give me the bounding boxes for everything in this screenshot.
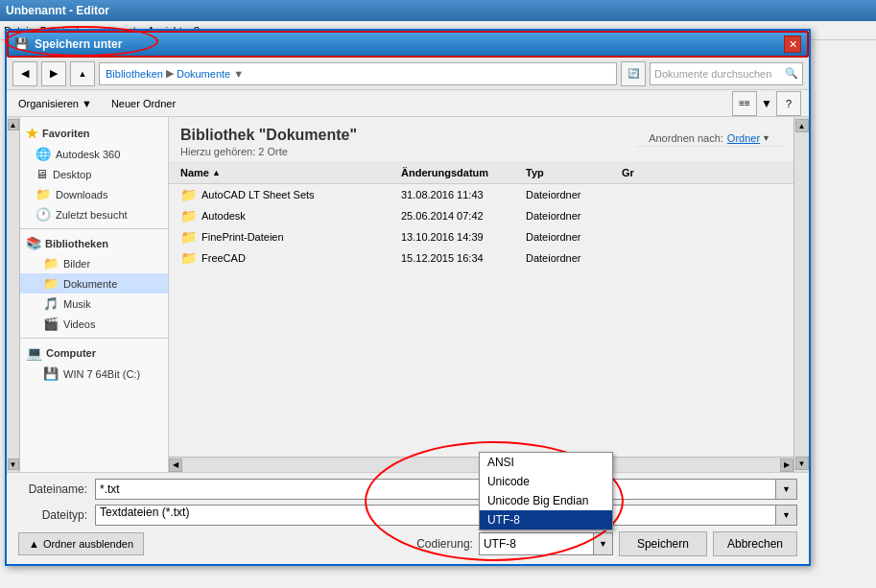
bilder-icon: 📁 xyxy=(43,256,59,270)
nav-recent-label: Zuletzt besucht xyxy=(56,209,128,221)
encoding-option-unicode[interactable]: Unicode xyxy=(480,472,612,491)
nav-videos[interactable]: 🎬 Videos xyxy=(20,314,168,334)
dialog-content: ▲ ▼ ★ Favoriten 🌐 Autodesk 360 🖥 Desktop xyxy=(7,117,809,472)
right-scrollbar: ▲ ▼ xyxy=(793,117,809,472)
file-row-3[interactable]: 📁 FreeCAD 15.12.2015 16:34 Dateiordner xyxy=(169,247,793,269)
save-dialog: 💾 Speichern unter ✕ ◀ ▶ ▲ Bibliotheken ▶… xyxy=(5,29,811,566)
nav-recent[interactable]: 🕐 Zuletzt besucht xyxy=(20,204,168,224)
forward-button[interactable]: ▶ xyxy=(41,61,66,86)
vscroll-down[interactable]: ▼ xyxy=(8,459,19,470)
filename-dropdown[interactable]: ▼ xyxy=(776,479,797,500)
col-extra-header: Gr xyxy=(622,167,782,178)
file-type-3: Dateiordner xyxy=(526,252,622,264)
file-list: 📁 AutoCAD LT Sheet Sets 31.08.2016 11:43… xyxy=(169,184,793,457)
arrange-arrow[interactable]: ▼ xyxy=(762,133,770,143)
view-toggle[interactable]: ≡≡ xyxy=(732,91,757,116)
refresh-button[interactable]: 🔄 xyxy=(621,61,646,86)
file-name-1: Autodesk xyxy=(201,210,246,222)
filename-input[interactable] xyxy=(95,479,776,500)
file-type-2: Dateiordner xyxy=(526,231,622,243)
encoding-dropdown-arrow[interactable]: ▼ xyxy=(594,532,613,555)
organize-arrow: ▼ xyxy=(82,98,92,109)
cancel-button[interactable]: Abbrechen xyxy=(713,531,797,556)
breadcrumb-sep2: ▼ xyxy=(233,68,244,80)
up-button[interactable]: ▲ xyxy=(70,61,95,86)
nav-downloads[interactable]: 📁 Downloads xyxy=(20,184,168,204)
nav-desktop[interactable]: 🖥 Desktop xyxy=(20,164,168,184)
file-row-0[interactable]: 📁 AutoCAD LT Sheet Sets 31.08.2016 11:43… xyxy=(169,184,793,205)
nav-desktop-label: Desktop xyxy=(53,169,91,180)
help-button[interactable]: ? xyxy=(776,91,801,116)
hide-panel-button[interactable]: ▲ Ordner ausblenden xyxy=(18,532,144,555)
encoding-select-display[interactable]: UTF-8 xyxy=(479,532,594,555)
search-box[interactable]: Dokumente durchsuchen 🔍 xyxy=(650,62,803,85)
filetype-input[interactable]: Textdateien (*.txt) xyxy=(95,505,776,526)
close-button[interactable]: ✕ xyxy=(784,35,801,53)
col-date-header[interactable]: Änderungsdatum xyxy=(401,167,526,178)
rscroll-down[interactable]: ▼ xyxy=(795,457,809,470)
sort-arrow: ▲ xyxy=(212,168,221,177)
favorites-label: Favoriten xyxy=(42,128,90,139)
search-icon[interactable]: 🔍 xyxy=(785,67,798,80)
hide-panel-arrow: ▲ xyxy=(29,538,39,550)
breadcrumb-sep1: ▶ xyxy=(166,67,174,80)
computer-header[interactable]: 💻 Computer xyxy=(20,342,168,364)
dialog-toolbar: ◀ ▶ ▲ Bibliotheken ▶ Dokumente ▼ 🔄 Dokum… xyxy=(7,58,809,90)
musik-icon: 🎵 xyxy=(43,296,59,311)
nav-autodesk360-label: Autodesk 360 xyxy=(56,149,120,160)
file-name-0: AutoCAD LT Sheet Sets xyxy=(201,189,315,200)
col-type-header[interactable]: Typ xyxy=(526,167,622,178)
encoding-option-unicode-big[interactable]: Unicode Big Endian xyxy=(480,491,612,510)
col-name-header[interactable]: Name ▲ xyxy=(180,167,401,178)
file-name-2: FinePrint-Dateien xyxy=(201,231,284,243)
bg-titlebar: Unbenannt - Editor xyxy=(0,0,876,21)
dialog-titlebar: 💾 Speichern unter ✕ xyxy=(7,31,809,58)
nav-bilder[interactable]: 📁 Bilder xyxy=(20,253,168,273)
organize-button[interactable]: Organisieren ▼ xyxy=(14,96,96,111)
folder-icon-2: 📁 xyxy=(180,229,197,245)
arrange-bar: Anordnen nach: Ordner ▼ xyxy=(637,130,782,147)
globe-icon: 🌐 xyxy=(36,147,51,161)
file-date-0: 31.08.2016 11:43 xyxy=(401,189,526,200)
breadcrumb-dokumente[interactable]: Dokumente xyxy=(177,68,230,80)
arrange-value[interactable]: Ordner xyxy=(727,132,760,144)
filetype-dropdown[interactable]: ▼ xyxy=(776,505,797,526)
dialog-bottom: Dateiname: ▼ Dateityp: Textdateien (*.tx… xyxy=(7,472,809,562)
vscroll-up[interactable]: ▲ xyxy=(8,119,19,130)
file-row-1[interactable]: 📁 Autodesk 25.06.2014 07:42 Dateiordner xyxy=(169,205,793,226)
dialog-title-area: 💾 Speichern unter xyxy=(14,37,122,51)
file-date-3: 15.12.2015 16:34 xyxy=(401,252,526,264)
file-date-2: 13.10.2016 14:39 xyxy=(401,231,526,243)
nav-musik[interactable]: 🎵 Musik xyxy=(20,294,168,314)
rscroll-up[interactable]: ▲ xyxy=(795,119,809,132)
videos-icon: 🎬 xyxy=(43,317,59,331)
libraries-header[interactable]: 📚 Bibliotheken xyxy=(20,233,168,253)
encoding-option-utf8[interactable]: UTF-8 xyxy=(480,510,612,529)
bg-title: Unbenannt - Editor xyxy=(6,4,109,17)
nav-downloads-label: Downloads xyxy=(56,189,107,200)
nav-dokumente[interactable]: 📁 Dokumente xyxy=(20,273,168,294)
view-arrow[interactable]: ▼ xyxy=(761,97,772,110)
save-button[interactable]: Speichern xyxy=(619,531,707,556)
nav-panel: ★ Favoriten 🌐 Autodesk 360 🖥 Desktop 📁 D… xyxy=(20,117,169,472)
action-row: ▲ Ordner ausblenden Codierung: ANSI Unic… xyxy=(18,531,797,556)
file-row-2[interactable]: 📁 FinePrint-Dateien 13.10.2016 14:39 Dat… xyxy=(169,226,793,247)
breadcrumb-bar[interactable]: Bibliotheken ▶ Dokumente ▼ xyxy=(99,62,617,85)
encoding-select-row: UTF-8 ▼ xyxy=(479,532,613,555)
hide-panel-label: Ordner ausblenden xyxy=(43,538,133,550)
organize-bar: Organisieren ▼ Neuer Ordner ≡≡ ▼ ? xyxy=(7,90,809,117)
library-title: Bibliothek "Dokumente" xyxy=(180,127,357,144)
hscroll-right[interactable]: ▶ xyxy=(780,459,793,472)
nav-drive-c[interactable]: 💾 WIN 7 64Bit (C:) xyxy=(20,364,168,384)
nav-dokumente-label: Dokumente xyxy=(63,278,117,290)
back-button[interactable]: ◀ xyxy=(12,61,37,86)
new-folder-button[interactable]: Neuer Ordner xyxy=(107,96,179,111)
hscroll-left[interactable]: ◀ xyxy=(169,459,182,472)
favorites-header[interactable]: ★ Favoriten xyxy=(20,123,168,144)
nav-autodesk360[interactable]: 🌐 Autodesk 360 xyxy=(20,144,168,164)
nav-bilder-label: Bilder xyxy=(63,258,90,270)
breadcrumb-libraries[interactable]: Bibliotheken xyxy=(106,68,163,80)
clock-icon: 🕐 xyxy=(36,207,51,222)
encoding-option-ansi[interactable]: ANSI xyxy=(480,453,612,472)
encoding-dropdown-wrap: ANSI Unicode Unicode Big Endian UTF-8 UT… xyxy=(479,532,613,555)
